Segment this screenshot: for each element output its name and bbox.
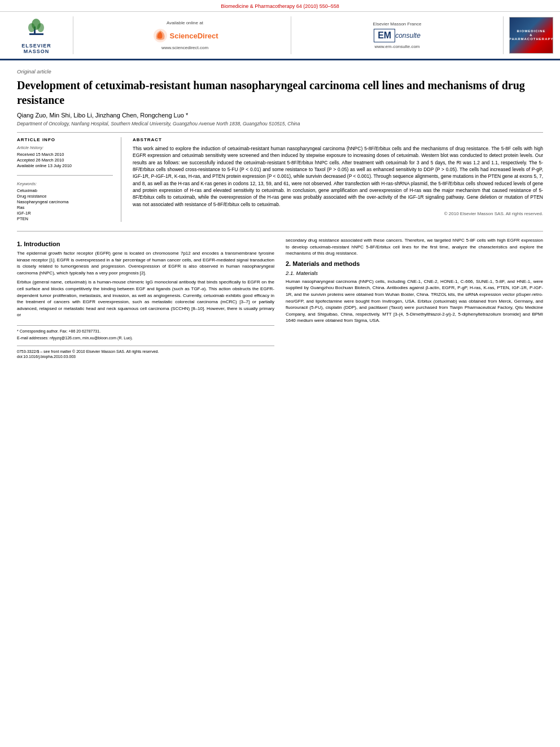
- em-url: www.em-consulte.com: [374, 44, 419, 49]
- keywords-label: Keywords:: [17, 181, 113, 186]
- elsevier-logo-box: ELSEVIER MASSON: [21, 16, 51, 54]
- email2: min.xu@bioon.com: [82, 336, 116, 340]
- body-right-col: secondary drug resistance associated wit…: [286, 237, 543, 360]
- article-history-block: Article history: Received 15 March 2010 …: [17, 145, 113, 168]
- abstract-column: ABSTRACT This work aimed to explore the …: [133, 137, 543, 222]
- section1-para2: Erbitux (general name, cetuximab) is a h…: [17, 279, 274, 318]
- journal-title: Biomedicine & Pharmacotherapy 64 (2010) …: [221, 3, 339, 9]
- journal-header: Biomedicine & Pharmacotherapy 64 (2010) …: [0, 0, 560, 12]
- email1: nfyyzq@126.com: [50, 336, 80, 340]
- svg-point-3: [28, 23, 35, 32]
- section1-heading: 1. Introduction: [17, 241, 274, 247]
- abstract-label: ABSTRACT: [133, 137, 543, 142]
- em-consulte-text: consulte: [395, 32, 421, 40]
- elsevier-logo-section: ELSEVIER MASSON: [6, 16, 73, 54]
- received-date: Received 15 March 2010: [17, 152, 113, 157]
- elsevier-tree-icon: [24, 16, 49, 42]
- history-label: Article history:: [17, 145, 113, 150]
- em-header: Elsevier Masson France: [373, 21, 422, 27]
- footnote-area: * Corresponding author. Fax: +86 20 6278…: [17, 325, 274, 341]
- svg-point-4: [37, 23, 44, 32]
- keyword-3: Nasopharyngeal carcinoma: [17, 199, 113, 204]
- journal-cover-image: BIOMEDICINE&PHARMACOTHERAPY: [509, 17, 553, 54]
- body-content: 1. Introduction The epidermal growth fac…: [17, 231, 543, 360]
- bottom-bar: 0753-3322/$ – see front matter © 2010 El…: [17, 346, 274, 360]
- section1-para1: The epidermal growth factor receptor (EG…: [17, 250, 274, 276]
- sciencedirect-logo: ScienceDirect: [152, 28, 218, 43]
- em-logo-row: EM consulte: [374, 29, 421, 42]
- accepted-date: Accepted 26 March 2010: [17, 158, 113, 163]
- section21-para1: Human nasopharyngeal carcinoma (hNPC) ce…: [286, 278, 543, 324]
- em-logo-text: EM: [374, 29, 395, 42]
- masson-label: MASSON: [24, 49, 50, 54]
- sciencedirect-leaf-icon: [152, 28, 169, 43]
- body-two-col: 1. Introduction The epidermal growth fac…: [17, 237, 543, 360]
- section2-heading: 2. Materials and methods: [286, 260, 543, 267]
- article-type: Original article: [17, 68, 543, 75]
- main-content: Original article Development of cetuxima…: [0, 60, 560, 365]
- article-info-column: ARTICLE INFO Article history: Received 1…: [17, 137, 121, 222]
- info-abstract-columns: ARTICLE INFO Article history: Received 1…: [17, 137, 543, 222]
- keywords-block: Keywords: Cetuximab Drug resistance Naso…: [17, 181, 113, 221]
- elsevier-label: ELSEVIER: [21, 43, 51, 49]
- keyword-1: Cetuximab: [17, 188, 113, 193]
- svg-rect-0: [29, 33, 43, 35]
- body-left-col: 1. Introduction The epidermal growth fac…: [17, 237, 274, 360]
- publisher-row: ELSEVIER MASSON Available online at Scie…: [0, 12, 560, 60]
- divider-1: [17, 132, 543, 133]
- copyright-line: © 2010 Elsevier Masson SAS. All rights r…: [133, 211, 543, 216]
- doi-text: doi:10.1016/j.biopha.2010.03.003: [17, 354, 274, 360]
- available-online-text: Available online at: [167, 20, 203, 25]
- em-consulte-section: Elsevier Masson France EM consulte www.e…: [291, 16, 504, 54]
- keyword-6: PTEN: [17, 216, 113, 221]
- section1-right-para1: secondary drug resistance associated wit…: [286, 237, 543, 257]
- keyword-5: IGF-1R: [17, 211, 113, 216]
- sciencedirect-text: ScienceDirect: [170, 32, 218, 40]
- article-title: Development of cetuximab-resistant human…: [17, 78, 543, 107]
- sciencedirect-url: www.sciencedirect.com: [161, 45, 208, 50]
- abstract-text: This work aimed to explore the induction…: [133, 145, 543, 208]
- divider-info: [17, 175, 113, 176]
- section21-subheading: 2.1. Materials: [286, 270, 543, 276]
- page-wrapper: Biomedicine & Pharmacotherapy 64 (2010) …: [0, 0, 560, 365]
- footnote-email: E-mail addresses: nfyyzq@126.com, min.xu…: [17, 335, 274, 341]
- email-label: E-mail addresses:: [17, 336, 49, 340]
- authors: Qiang Zuo, Min Shi, Libo Li, Jinzhang Ch…: [17, 112, 543, 119]
- article-info-label: ARTICLE INFO: [17, 137, 113, 142]
- keyword-4: Ras: [17, 205, 113, 210]
- available-date: Available online 13 July 2010: [17, 163, 113, 168]
- journal-cover-section: BIOMEDICINE&PHARMACOTHERAPY: [504, 16, 554, 54]
- email-note: (R. Luo).: [117, 336, 133, 340]
- keyword-2: Drug resistance: [17, 194, 113, 199]
- affiliation: Department of Oncology, Nanfang Hospital…: [17, 121, 543, 126]
- sciencedirect-section: Available online at ScienceDirect www.sc…: [79, 16, 291, 54]
- footnote-corresponding: * Corresponding author. Fax: +86 20 6278…: [17, 329, 274, 334]
- issn-text: 0753-3322/$ – see front matter © 2010 El…: [17, 349, 274, 355]
